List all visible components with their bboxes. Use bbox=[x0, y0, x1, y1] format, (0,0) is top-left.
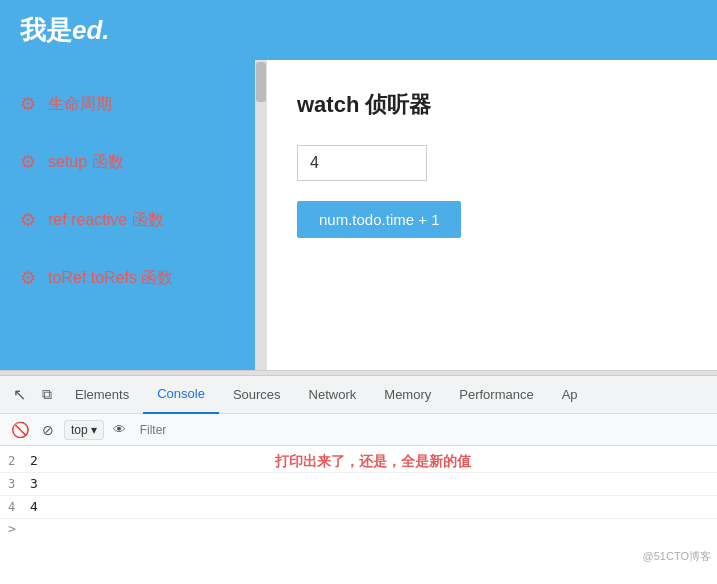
scrollbar-thumb[interactable] bbox=[256, 62, 266, 102]
sidebar-item-label-toref-torefs: toRef toRefs 函数 bbox=[48, 268, 173, 289]
tab-network[interactable]: Network bbox=[295, 376, 371, 414]
stop-icon[interactable]: ⊘ bbox=[36, 418, 60, 442]
tab-app[interactable]: Ap bbox=[548, 376, 592, 414]
console-line-num-3: 4 bbox=[8, 498, 24, 516]
chevron-down-icon bbox=[91, 423, 97, 437]
context-selector[interactable]: top bbox=[64, 420, 104, 440]
console-line-val-1: 2 bbox=[30, 452, 38, 470]
console-line-num-2: 3 bbox=[8, 475, 24, 493]
tab-elements[interactable]: Elements bbox=[61, 376, 143, 414]
sidebar-item-toref-torefs[interactable]: toRef toRefs 函数 bbox=[0, 249, 255, 307]
sidebar-item-label-setup: setup 函数 bbox=[48, 152, 124, 173]
console-output: 2 2 打印出来了，还是，全是新的值 3 3 4 4 > bbox=[0, 446, 717, 566]
gear-icon-lifecycle bbox=[20, 93, 36, 115]
scrollbar-track[interactable] bbox=[255, 60, 267, 370]
sidebar: 生命周期 setup 函数 ref reactive 函数 toRef toRe… bbox=[0, 60, 255, 370]
tab-sources[interactable]: Sources bbox=[219, 376, 295, 414]
clear-console-icon[interactable]: 🚫 bbox=[8, 418, 32, 442]
console-line-val-3: 4 bbox=[30, 498, 38, 516]
sidebar-item-ref-reactive[interactable]: ref reactive 函数 bbox=[0, 191, 255, 249]
sidebar-item-label-ref-reactive: ref reactive 函数 bbox=[48, 210, 164, 231]
inspect-icon[interactable] bbox=[5, 381, 33, 409]
layers-icon bbox=[42, 386, 52, 403]
console-line-2: 3 3 bbox=[0, 473, 717, 496]
sidebar-item-lifecycle[interactable]: 生命周期 bbox=[0, 75, 255, 133]
devtools-tabs-bar: Elements Console Sources Network Memory … bbox=[0, 376, 717, 414]
cursor-icon bbox=[13, 385, 26, 404]
block-icon: 🚫 bbox=[11, 421, 30, 439]
eye-icon[interactable]: 👁 bbox=[108, 418, 132, 442]
tab-performance[interactable]: Performance bbox=[445, 376, 547, 414]
console-prompt-line[interactable]: > bbox=[0, 519, 717, 539]
devtools: Elements Console Sources Network Memory … bbox=[0, 370, 717, 566]
header: 我是ed. bbox=[0, 0, 717, 60]
main-area: 生命周期 setup 函数 ref reactive 函数 toRef toRe… bbox=[0, 60, 717, 370]
content-title: watch 侦听器 bbox=[297, 90, 687, 120]
watermark: @51CTO博客 bbox=[643, 549, 711, 564]
context-label: top bbox=[71, 423, 88, 437]
prompt-caret: > bbox=[8, 521, 16, 536]
filter-input[interactable] bbox=[136, 423, 709, 437]
gear-icon-setup bbox=[20, 151, 36, 173]
devtools-toolbar: 🚫 ⊘ top 👁 bbox=[0, 414, 717, 446]
sidebar-item-setup[interactable]: setup 函数 bbox=[0, 133, 255, 191]
content-area: watch 侦听器 num.todo.time + 1 bbox=[267, 60, 717, 370]
value-input[interactable] bbox=[297, 145, 427, 181]
gear-icon-toref-torefs bbox=[20, 267, 36, 289]
console-message: 打印出来了，还是，全是新的值 bbox=[38, 452, 709, 470]
tab-memory[interactable]: Memory bbox=[370, 376, 445, 414]
action-button[interactable]: num.todo.time + 1 bbox=[297, 201, 461, 238]
device-icon[interactable] bbox=[33, 381, 61, 409]
sidebar-item-label-lifecycle: 生命周期 bbox=[48, 94, 112, 115]
console-line-3: 4 4 bbox=[0, 496, 717, 519]
gear-icon-ref-reactive bbox=[20, 209, 36, 231]
stop-circle-icon: ⊘ bbox=[42, 422, 54, 438]
tab-console[interactable]: Console bbox=[143, 376, 219, 414]
console-line-val-2: 3 bbox=[30, 475, 38, 493]
console-line-num-1: 2 bbox=[8, 452, 24, 470]
console-line-1: 2 2 打印出来了，还是，全是新的值 bbox=[0, 450, 717, 473]
header-title: 我是ed. bbox=[20, 13, 110, 48]
